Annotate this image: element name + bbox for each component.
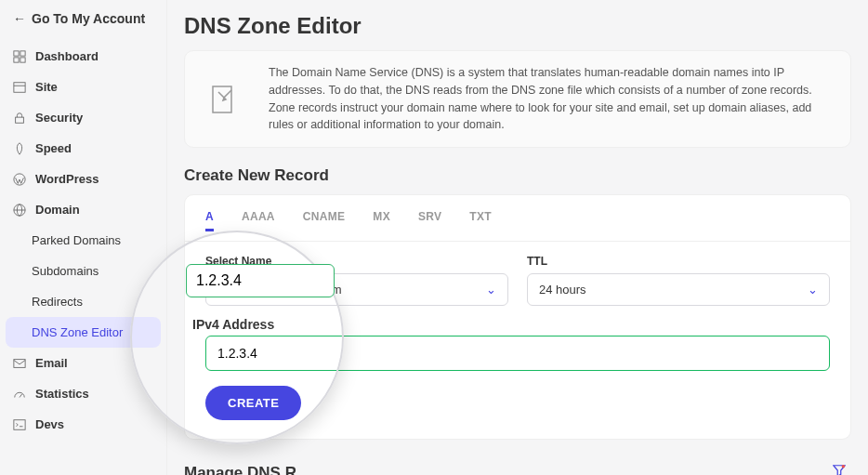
svg-rect-11 (14, 359, 25, 367)
svg-rect-0 (14, 50, 19, 55)
window-icon (13, 81, 26, 94)
svg-rect-6 (16, 117, 24, 123)
go-back-label: Go To My Account (32, 11, 145, 26)
tab-cname[interactable]: CNAME (303, 205, 346, 231)
page-title: DNS Zone Editor (184, 13, 851, 39)
svg-rect-3 (20, 57, 25, 61)
create-record-card: A AAAA CNAME MX SRV TXT Select Name ame.… (184, 194, 851, 440)
sidebar-item-email[interactable]: Email (0, 348, 166, 378)
ttl-value: 24 hours (539, 283, 586, 297)
grid-icon (13, 50, 26, 63)
ttl-label: TTL (527, 255, 830, 268)
rocket-icon (13, 142, 26, 155)
nav-label: Statistics (35, 387, 89, 401)
svg-rect-1 (20, 50, 25, 55)
go-to-account-link[interactable]: ← Go To My Account (0, 7, 166, 41)
nav-label: Devs (35, 417, 64, 431)
tab-txt[interactable]: TXT (469, 205, 492, 231)
svg-rect-13 (14, 419, 25, 429)
nav-label: WordPress (35, 172, 99, 186)
create-button[interactable]: CREATE (205, 386, 301, 420)
document-edit-icon (207, 64, 241, 134)
sidebar-item-wordpress[interactable]: WordPress (0, 164, 166, 194)
ipv4-input-zoomed[interactable] (186, 264, 335, 297)
tab-srv[interactable]: SRV (418, 205, 441, 231)
svg-rect-4 (14, 82, 25, 92)
main-content: DNS Zone Editor The Domain Name Service … (167, 0, 868, 475)
nav-label: Site (35, 80, 58, 94)
mail-icon (13, 357, 26, 370)
sidebar-item-site[interactable]: Site (0, 72, 166, 102)
sidebar-item-statistics[interactable]: Statistics (0, 378, 166, 409)
nav-label: Subdomains (32, 264, 99, 278)
svg-rect-2 (14, 57, 19, 61)
record-type-tabs: A AAAA CNAME MX SRV TXT (185, 195, 850, 242)
arrow-left-icon: ← (13, 11, 26, 26)
tab-mx[interactable]: MX (373, 205, 390, 231)
filter-icon[interactable] (833, 464, 846, 475)
sidebar-item-domain[interactable]: Domain (0, 194, 166, 225)
wordpress-icon (13, 173, 26, 186)
sidebar-item-parked-domains[interactable]: Parked Domains (0, 225, 166, 256)
chevron-down-icon: ⌄ (486, 283, 496, 297)
nav-label: Security (35, 111, 83, 125)
info-text: The Domain Name Service (DNS) is a syste… (269, 64, 828, 134)
gauge-icon (13, 388, 26, 401)
chevron-down-icon: ⌄ (808, 283, 818, 297)
nav-label: Domain (35, 203, 80, 217)
manage-records-section: Manage DNS R Type Name Value Actions A w… (184, 464, 851, 475)
nav-label: Parked Domains (32, 233, 121, 247)
sidebar-item-speed[interactable]: Speed (0, 133, 166, 164)
ipv4-input[interactable] (205, 336, 830, 371)
create-record-heading: Create New Record (184, 166, 851, 185)
nav-label: Speed (35, 141, 72, 155)
sidebar-item-dns-zone-editor[interactable]: DNS Zone Editor (6, 317, 161, 348)
nav-label: Dashboard (35, 49, 99, 63)
sidebar-item-devs[interactable]: Devs (0, 409, 166, 440)
nav-label: Redirects (32, 295, 83, 309)
tab-aaaa[interactable]: AAAA (242, 205, 275, 231)
sidebar-item-redirects[interactable]: Redirects (0, 286, 166, 317)
ttl-dropdown[interactable]: 24 hours ⌄ (527, 273, 830, 306)
svg-line-12 (20, 394, 22, 398)
ipv4-label: IPv4 Address (191, 317, 276, 332)
sidebar-item-subdomains[interactable]: Subdomains (0, 256, 166, 286)
info-card: The Domain Name Service (DNS) is a syste… (184, 50, 851, 148)
sidebar: ← Go To My Account Dashboard Site Securi… (0, 0, 167, 475)
sidebar-item-dashboard[interactable]: Dashboard (0, 41, 166, 72)
globe-icon (13, 204, 26, 217)
nav-label: DNS Zone Editor (32, 325, 123, 339)
sidebar-item-security[interactable]: Security (0, 102, 166, 133)
nav-label: Email (35, 356, 68, 370)
svg-point-15 (842, 465, 846, 468)
tab-a[interactable]: A (205, 205, 214, 231)
terminal-icon (13, 418, 26, 431)
svg-rect-14 (213, 86, 231, 112)
lock-icon (13, 112, 26, 125)
manage-records-heading: Manage DNS R (184, 464, 851, 475)
